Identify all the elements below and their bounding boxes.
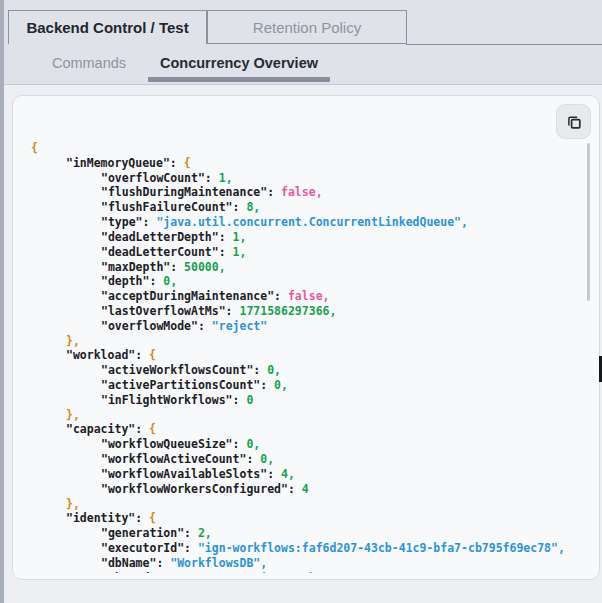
json-line: "flushFailureCount": 8, [31, 200, 585, 215]
json-line: "type": "java.util.concurrent.Concurrent… [31, 215, 585, 230]
json-line: "acceptDuringMaintenance": false, [31, 289, 585, 304]
tab-label: Backend Control / Test [26, 19, 188, 36]
copy-button[interactable] [556, 104, 591, 139]
left-edge-strip [0, 0, 4, 603]
tab-retention-policy[interactable]: Retention Policy [207, 10, 407, 44]
json-line: { [31, 141, 585, 156]
json-line: "inMemoryQueue": { [31, 156, 585, 171]
active-subtab-underline [148, 77, 330, 82]
json-line: "workflowWorkersConfigured": 4 [31, 482, 585, 497]
tab-bar-baseline [406, 44, 602, 45]
json-line: }, [31, 408, 585, 423]
json-line: }, [31, 497, 585, 512]
json-line: "workflowQueueSize": 0, [31, 437, 585, 452]
json-line: "executorId": "ign-workflows:faf6d207-43… [31, 541, 585, 556]
json-line: "lastOverflowAtMs": 1771586297366, [31, 304, 585, 319]
subtab-concurrency-overview[interactable]: Concurrency Overview [148, 48, 330, 78]
json-line: "threadName": "perspective-worker-92", [31, 571, 585, 573]
json-line: "identity": { [31, 511, 585, 526]
json-line: "overflowCount": 1, [31, 171, 585, 186]
json-code: {"inMemoryQueue": {"overflowCount": 1,"f… [31, 141, 585, 573]
json-line: "deadLetterCount": 1, [31, 245, 585, 260]
json-line: "generation": 2, [31, 526, 585, 541]
tab-backend-control-test[interactable]: Backend Control / Test [8, 10, 207, 44]
json-line: "dbName": "WorkflowsDB", [31, 556, 585, 571]
copy-icon [564, 112, 584, 132]
json-line: "workflowActiveCount": 0, [31, 452, 585, 467]
json-line: "workflowAvailableSlots": 4, [31, 467, 585, 482]
tab-label: Retention Policy [253, 19, 361, 36]
json-line: "inFlightWorkflows": 0 [31, 393, 585, 408]
scrollbar-thumb[interactable] [587, 143, 590, 301]
json-line: "activePartitionsCount": 0, [31, 378, 585, 393]
json-line: "deadLetterDepth": 1, [31, 230, 585, 245]
json-line: }, [31, 334, 585, 349]
json-viewer-panel: {"inMemoryQueue": {"overflowCount": 1,"f… [12, 95, 600, 580]
json-line: "workload": { [31, 348, 585, 363]
json-line: "overflowMode": "reject" [31, 319, 585, 334]
json-line: "capacity": { [31, 422, 585, 437]
subtab-commands[interactable]: Commands [38, 48, 140, 78]
json-line: "activeWorkflowsCount": 0, [31, 363, 585, 378]
json-line: "depth": 0, [31, 274, 585, 289]
json-line: "flushDuringMaintenance": false, [31, 185, 585, 200]
json-line: "maxDepth": 50000, [31, 260, 585, 275]
